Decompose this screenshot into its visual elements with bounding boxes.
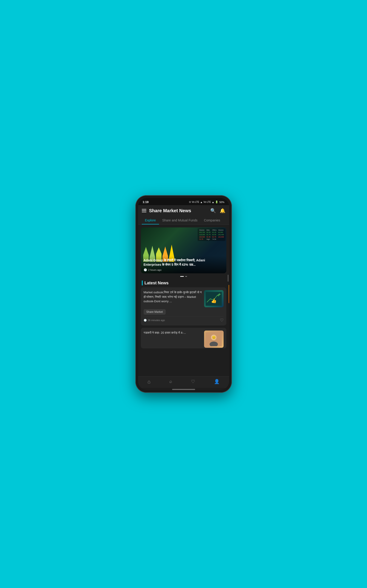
stock-table-overlay: Volume Bids Offers Volume 243,700 62.00 … <box>198 228 225 241</box>
signal-icon: ▲ <box>200 201 203 204</box>
nav-home-button[interactable]: ⌂ <box>147 379 150 385</box>
hero-time: 🕐 2 hours ago <box>144 268 224 271</box>
scroll-indicator <box>228 275 228 282</box>
content-area[interactable]: Volume Bids Offers Volume 243,700 62.00 … <box>138 225 229 376</box>
tab-explore[interactable]: Explore <box>142 216 159 224</box>
hero-background: Volume Bids Offers Volume 243,700 62.00 … <box>141 227 226 273</box>
bottom-nav: ⌂ ⌕ ♡ 👤 <box>138 376 229 388</box>
share-market-tag[interactable]: Share Market <box>144 309 166 315</box>
hero-text-overlay: Adani Group के शेयरों में जबर्दस्त रिकवर… <box>141 256 226 273</box>
clock-icon: 🕐 <box>144 268 147 271</box>
news-card-2-top: गडकरी ने कहा- 20 हजार करोड़ में 4-... 😊 <box>144 331 224 348</box>
news-card-2[interactable]: गडकरी ने कहा- 20 हजार करोड़ में 4-... 😊 <box>141 328 226 348</box>
tabs-bar: Explore Share and Mutual Funds Companies <box>138 216 229 225</box>
nav-profile-button[interactable]: 👤 <box>214 379 220 385</box>
clock-small-icon: 🕐 <box>144 319 147 322</box>
dot-2[interactable] <box>185 276 187 277</box>
menu-line-2 <box>142 210 146 211</box>
section-accent-bar <box>142 280 143 286</box>
svg-text:😊: 😊 <box>212 335 216 339</box>
hamburger-menu-button[interactable] <box>142 209 146 212</box>
home-icon: ⌂ <box>147 379 150 385</box>
app-bar-left: Share Market News <box>142 208 191 213</box>
menu-line-3 <box>142 212 146 212</box>
search-nav-icon: ⌕ <box>169 379 172 384</box>
news-card-1-time: 🕐 36 minutes ago <box>144 319 165 322</box>
dot-1[interactable] <box>180 276 184 277</box>
news-card-2-image: 😊 <box>204 331 224 348</box>
hero-title: Adani Group के शेयरों में जबर्दस्त रिकवर… <box>144 258 224 267</box>
app-bar: Share Market News 🔍 🔔 <box>138 205 229 216</box>
menu-line-1 <box>142 209 146 210</box>
phone-device: 1:19 ⊙ Vo LTE ▲ Vo LTE ▲ 🔋 50% Share Mar… <box>135 195 232 393</box>
notification-button[interactable]: 🔔 <box>220 208 225 213</box>
chart-svg: 👍 <box>206 292 222 306</box>
status-time: 1:19 <box>143 200 149 204</box>
news-card-2-text: गडकरी ने कहा- 20 हजार करोड़ में 4-... <box>144 331 202 348</box>
phone-screen: 1:19 ⊙ Vo LTE ▲ Vo LTE ▲ 🔋 50% Share Mar… <box>138 198 229 390</box>
battery-percent: 50% <box>219 201 224 204</box>
bottom-spacer <box>138 351 229 353</box>
news-thumb-chart: 👍 <box>204 290 224 307</box>
app-title: Share Market News <box>149 208 191 213</box>
svg-text:👍: 👍 <box>211 298 217 303</box>
battery-icon: 🔋 <box>215 201 218 204</box>
hero-news-card[interactable]: Volume Bids Offers Volume 243,700 62.00 … <box>141 227 226 273</box>
nav-favorites-button[interactable]: ♡ <box>191 379 195 385</box>
news-card-1-footer: 🕐 36 minutes ago ♡ <box>144 317 224 323</box>
profile-nav-icon: 👤 <box>214 379 220 384</box>
latest-news-section-title: Latest News <box>138 278 229 287</box>
tab-companies[interactable]: Companies <box>201 216 223 224</box>
news-card-1-top: Market outlook:नियर टर्म के हल्के-फुल्के… <box>144 290 224 307</box>
app-bar-right: 🔍 🔔 <box>210 208 225 213</box>
home-indicator-bar <box>172 389 195 390</box>
status-icons: ⊙ Vo LTE ▲ Vo LTE ▲ 🔋 50% <box>189 201 225 204</box>
search-button[interactable]: 🔍 <box>210 208 216 213</box>
status-bar: 1:19 ⊙ Vo LTE ▲ Vo LTE ▲ 🔋 50% <box>138 198 229 205</box>
network-lte-icon: Vo LTE <box>192 201 199 203</box>
news-thumb-person: 😊 <box>204 331 224 348</box>
favorite-button-1[interactable]: ♡ <box>220 318 224 323</box>
network2-icon: Vo LTE <box>204 201 211 203</box>
news-card-1[interactable]: Market outlook:नियर टर्म के हल्के-फुल्के… <box>141 287 226 326</box>
carousel-dots <box>138 276 229 277</box>
signal2-icon: ▲ <box>212 201 214 204</box>
nav-search-button[interactable]: ⌕ <box>169 379 172 385</box>
tab-share-mutual-funds[interactable]: Share and Mutual Funds <box>159 216 201 224</box>
news-card-1-image: 👍 <box>204 290 224 307</box>
side-accent <box>229 285 229 303</box>
heart-nav-icon: ♡ <box>191 379 195 384</box>
wifi-icon: ⊙ <box>189 201 191 204</box>
news-card-1-text: Market outlook:नियर टर्म के हल्के-फुल्के… <box>144 290 202 307</box>
